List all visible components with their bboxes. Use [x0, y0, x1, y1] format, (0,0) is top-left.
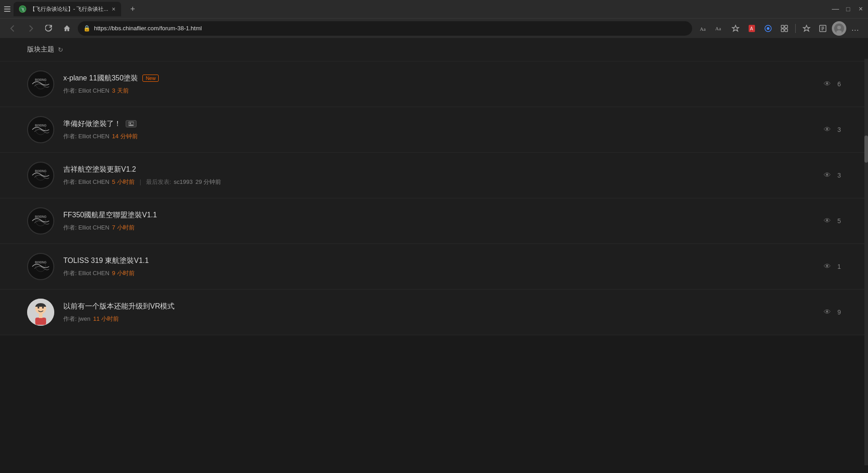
image-badge	[126, 120, 137, 127]
extensions-puzzle-button[interactable]	[777, 21, 792, 36]
address-bar[interactable]: 🔒 https://bbs.chinaflier.com/forum-38-1.…	[78, 21, 692, 36]
thread-meta: 作者: Elliot CHEN 7 小时前	[63, 224, 815, 232]
post-time: 14 分钟前	[112, 132, 138, 140]
svg-text:A: A	[750, 26, 753, 31]
active-tab[interactable]: 飞 【飞行杂谈论坛】- 飞行杂谈社... ×	[14, 2, 121, 16]
translate-button[interactable]: Aa	[712, 21, 726, 36]
collections-button[interactable]	[816, 21, 830, 36]
svg-text:BOEING: BOEING	[35, 169, 47, 173]
thread-meta: 作者: jwen 11 小时前	[63, 315, 815, 323]
new-tab-button[interactable]: +	[126, 2, 140, 16]
svg-text:BOEING: BOEING	[35, 215, 47, 218]
back-button[interactable]	[5, 21, 20, 36]
sidebar-toggle[interactable]	[4, 5, 11, 13]
svg-rect-25	[128, 122, 134, 126]
thread-title[interactable]: x-plane 11國航350塗裝	[63, 74, 138, 83]
minimize-button[interactable]: —	[832, 5, 839, 13]
avatar: BOEING	[27, 70, 54, 98]
avatar: BOEING	[27, 162, 54, 189]
favorites-star-button[interactable]	[799, 21, 814, 36]
view-icon: 👁	[824, 262, 831, 271]
thread-body: 以前有一个版本还能升级到VR模式 作者: jwen 11 小时前	[63, 302, 815, 323]
author-label: 作者: Elliot CHEN	[63, 178, 109, 186]
thread-meta: 作者: Elliot CHEN 5 小时前 ｜ 最后发表: sc1993 29 …	[63, 178, 815, 186]
thread-meta: 作者: Elliot CHEN 9 小时前	[63, 269, 815, 277]
close-button[interactable]: ×	[857, 5, 864, 13]
forward-button[interactable]	[24, 21, 38, 36]
svg-rect-2	[4, 11, 10, 12]
svg-text:飞: 飞	[21, 8, 24, 12]
thread-item: BOEING TOLISS 319 東航塗裝V1.1 作者: Elliot CH…	[0, 244, 868, 290]
thread-title[interactable]: 吉祥航空塗裝更新V1.2	[63, 165, 136, 174]
acrobat-button[interactable]: A	[745, 21, 759, 36]
tab-close-button[interactable]: ×	[112, 5, 115, 13]
scrollbar[interactable]	[864, 59, 868, 465]
thread-title-row: TOLISS 319 東航塗裝V1.1	[63, 256, 815, 266]
maximize-button[interactable]: □	[844, 5, 852, 13]
post-time: 5 小时前	[112, 178, 135, 186]
thread-stats: 👁 3	[824, 171, 841, 179]
thread-meta: 作者: Elliot CHEN 14 分钟前	[63, 132, 815, 140]
thread-title-row: 準備好做塗裝了！	[63, 119, 815, 129]
thread-stats: 👁 3	[824, 126, 841, 134]
lock-icon: 🔒	[83, 25, 90, 32]
new-badge: New	[142, 75, 159, 82]
post-time: 7 小时前	[112, 224, 135, 232]
author-label: 作者: Elliot CHEN	[63, 269, 109, 277]
author-label: 作者: Elliot CHEN	[63, 87, 109, 95]
thread-title-row: x-plane 11國航350塗裝 New	[63, 74, 815, 83]
view-count: 6	[834, 80, 841, 88]
svg-point-26	[130, 123, 131, 124]
thread-body: TOLISS 319 東航塗裝V1.1 作者: Elliot CHEN 9 小时…	[63, 256, 815, 277]
navigation-bar: 🔒 https://bbs.chinaflier.com/forum-38-1.…	[0, 18, 868, 38]
thread-body: 準備好做塗裝了！ 作者: Elliot CHEN 14 分钟前	[63, 119, 815, 140]
view-icon: 👁	[824, 217, 831, 225]
avatar	[27, 299, 54, 326]
more-options-button[interactable]: …	[848, 21, 863, 36]
scrollbar-thumb[interactable]	[864, 136, 868, 163]
extension-button[interactable]	[761, 21, 775, 36]
thread-stats: 👁 5	[824, 217, 841, 225]
post-time: 9 小时前	[112, 269, 135, 277]
read-mode-button[interactable]: Aa	[696, 21, 710, 36]
thread-meta: 作者: Elliot CHEN 3 天前	[63, 87, 815, 95]
section-title: 版块主题	[27, 45, 54, 54]
svg-rect-12	[785, 25, 788, 28]
svg-point-38	[38, 307, 39, 309]
last-post-user: sc1993	[174, 178, 193, 185]
view-icon: 👁	[824, 80, 831, 88]
home-button[interactable]	[60, 21, 74, 36]
post-time: 3 天前	[112, 87, 129, 95]
favorites-button[interactable]	[728, 21, 743, 36]
refresh-button[interactable]	[42, 21, 56, 36]
svg-rect-41	[39, 314, 42, 318]
svg-text:Aa: Aa	[715, 26, 721, 31]
thread-title-row: FF350國航星空聯盟塗裝V1.1	[63, 211, 815, 220]
thread-item: BOEING FF350國航星空聯盟塗裝V1.1 作者: Elliot CHEN…	[0, 198, 868, 244]
thread-title[interactable]: TOLISS 319 東航塗裝V1.1	[63, 256, 149, 266]
thread-title-row: 以前有一个版本还能升级到VR模式	[63, 302, 815, 311]
profile-button[interactable]	[832, 21, 846, 36]
svg-text:BOEING: BOEING	[35, 261, 47, 264]
view-count: 9	[834, 309, 841, 316]
title-bar: 飞 【飞行杂谈论坛】- 飞行杂谈社... × + — □ ×	[0, 0, 868, 18]
author-label: 作者: Elliot CHEN	[63, 224, 109, 232]
thread-title[interactable]: FF350國航星空聯盟塗裝V1.1	[63, 211, 157, 220]
thread-item: BOEING x-plane 11國航350塗裝 New 作者: Elliot …	[0, 61, 868, 107]
svg-rect-40	[35, 318, 46, 325]
svg-text:Aa: Aa	[700, 26, 706, 32]
thread-title[interactable]: 準備好做塗裝了！	[63, 119, 121, 129]
thread-title[interactable]: 以前有一个版本还能升级到VR模式	[63, 302, 175, 311]
nav-divider	[795, 24, 796, 33]
main-content: 版块主题 ↻ BOEING x-plane 11國航350塗裝 New	[0, 38, 868, 335]
tab-favicon: 飞	[19, 5, 26, 13]
post-time: 11 小时前	[93, 315, 119, 323]
svg-point-17	[837, 26, 841, 29]
svg-rect-1	[4, 9, 10, 9]
profile-avatar	[832, 21, 846, 36]
section-refresh-icon[interactable]: ↻	[58, 46, 63, 53]
svg-point-39	[42, 307, 44, 309]
tab-title: 【飞行杂谈论坛】- 飞行杂谈社...	[30, 5, 108, 13]
thread-title-row: 吉祥航空塗裝更新V1.2	[63, 165, 815, 174]
thread-item: 以前有一个版本还能升级到VR模式 作者: jwen 11 小时前 👁 9	[0, 290, 868, 335]
